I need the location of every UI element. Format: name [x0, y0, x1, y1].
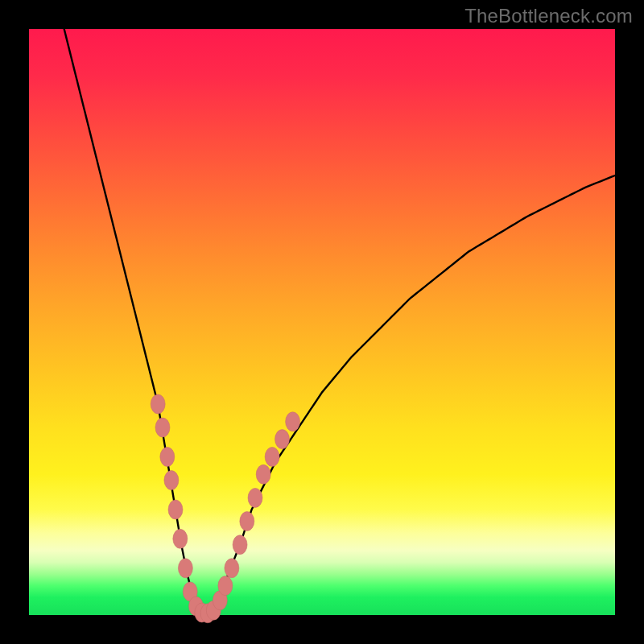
- curve-svg: [29, 29, 615, 615]
- curve-marker: [256, 464, 270, 484]
- bottleneck-curve: [64, 29, 615, 615]
- curve-marker: [233, 535, 247, 555]
- curve-marker: [275, 430, 290, 449]
- watermark-text: TheBottleneck.com: [464, 5, 633, 27]
- curve-marker: [173, 529, 188, 548]
- curve-marker: [178, 559, 192, 578]
- curve-marker: [248, 488, 262, 507]
- curve-markers: [151, 394, 299, 623]
- chart-frame: TheBottleneck.com: [0, 0, 644, 644]
- curve-marker: [218, 576, 233, 596]
- curve-marker: [168, 500, 183, 519]
- curve-marker: [155, 418, 170, 437]
- curve-marker: [265, 447, 279, 466]
- curve-marker: [286, 412, 300, 431]
- curve-marker: [151, 394, 165, 414]
- curve-marker: [225, 559, 239, 578]
- curve-marker: [164, 471, 179, 490]
- curve-marker: [160, 447, 175, 466]
- plot-area: [29, 29, 615, 615]
- curve-marker: [240, 512, 254, 531]
